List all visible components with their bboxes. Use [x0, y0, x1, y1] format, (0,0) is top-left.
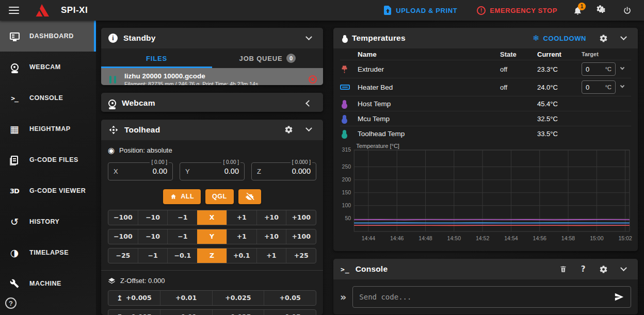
console-collapse-button[interactable] [616, 262, 631, 276]
jog-x-plus-1[interactable]: +1 [227, 210, 256, 225]
sidebar-item-machine[interactable]: MACHINE [0, 268, 96, 299]
heater-bed-icon [340, 85, 350, 90]
jog-row-y: −100 −10 −1 Y +1 +10 +100 [108, 229, 316, 244]
temperatures-settings-button[interactable] [596, 31, 610, 45]
z-offset-down-0-05[interactable]: −0.05 [264, 310, 316, 315]
heightmap-icon: ▦ [8, 123, 21, 135]
jog-y-minus-100[interactable]: −100 [108, 229, 138, 244]
sidebar-item-dashboard[interactable]: DASHBOARD [0, 21, 96, 52]
z-position-field[interactable]: [ 0.000 ] Z 0.000 [251, 162, 316, 180]
jog-z-minus-1[interactable]: −1 [138, 248, 168, 263]
jog-x-minus-1[interactable]: −1 [167, 210, 197, 225]
hamburger-menu-icon[interactable] [5, 3, 23, 18]
svg-text:14:58: 14:58 [561, 235, 575, 241]
notifications-button[interactable]: 1 [568, 2, 587, 19]
jog-z-minus-25[interactable]: −25 [108, 248, 138, 263]
expand-console-icon[interactable]: » [340, 291, 346, 303]
send-icon [614, 292, 624, 302]
jog-x-plus-100[interactable]: +100 [286, 210, 316, 225]
jog-x-plus-10[interactable]: +10 [256, 210, 286, 225]
console-help-button[interactable]: ? [576, 262, 590, 276]
sidebar-item-gcode-files[interactable]: G-CODE FILES [0, 144, 96, 175]
gcode-file-meta: Filament: 82735 mm / 246.76 g, Print Tim… [124, 81, 302, 86]
interface-settings-button[interactable] [592, 2, 612, 19]
sidebar-item-console[interactable]: >_ CONSOLE [0, 82, 96, 113]
console-input[interactable] [359, 293, 609, 301]
z-offset-down-0-005[interactable]: ↧ −0.005 [108, 310, 160, 315]
sidebar-item-webcam[interactable]: WEBCAM [0, 52, 96, 82]
sidebar-item-heightmap[interactable]: ▦ HEIGHTMAP [0, 113, 96, 144]
temp-row-extruder[interactable]: Extruder off 23.3°C 0 °C [340, 60, 631, 78]
send-button[interactable] [614, 292, 624, 302]
motors-off-button[interactable] [238, 189, 261, 204]
qgl-button[interactable]: QGL [205, 189, 234, 204]
toolhead-settings-button[interactable] [281, 123, 296, 137]
temp-row-mcu: Mcu Temp 32.5°C [340, 111, 631, 126]
jog-y-minus-10[interactable]: −10 [138, 229, 168, 244]
home-x-button[interactable]: X [197, 210, 227, 225]
tab-job-queue[interactable]: JOB QUEUE 0 [212, 48, 323, 68]
jog-y-plus-1[interactable]: +1 [227, 229, 256, 244]
svg-text:150: 150 [342, 189, 351, 195]
svg-text:Temperature [°C]: Temperature [°C] [356, 143, 399, 149]
jog-row-x: −100 −10 −1 X +1 +10 +100 [108, 210, 316, 225]
axis-inputs: [ 0.00 ] X 0.00 [ 0.00 ] Y 0.00 [ 0.000 … [108, 162, 316, 180]
gcode-files-icon [8, 156, 21, 164]
job-queue-count-badge: 0 [286, 54, 296, 63]
sidebar-item-history[interactable]: ↺ HISTORY [0, 206, 96, 237]
motors-off-icon [245, 193, 254, 201]
jog-y-plus-10[interactable]: +10 [256, 229, 286, 244]
jog-z-plus-25[interactable]: +25 [286, 248, 316, 263]
printer-state-title: Standby [123, 34, 156, 43]
temperatures-panel: Temperatures ❄ COOLDOWN [333, 28, 638, 251]
home-y-button[interactable]: Y [197, 229, 227, 244]
emergency-stop-button[interactable]: ! EMERGENCY STOP [472, 3, 562, 18]
status-collapse-button[interactable] [301, 31, 316, 45]
jog-z-minus-0-1[interactable]: −0.1 [167, 248, 197, 263]
chevron-down-icon[interactable] [620, 84, 624, 88]
z-offset-down-0-025[interactable]: −0.025 [212, 310, 264, 315]
jog-x-minus-100[interactable]: −100 [108, 210, 138, 225]
power-button[interactable] [617, 2, 637, 19]
gcode-file-name: lizhu 20000 10000.gcode [124, 72, 302, 80]
z-offset-up-0-05[interactable]: +0.05 [264, 291, 316, 305]
sidebar-item-gcode-viewer[interactable]: 3D G-CODE VIEWER [0, 175, 96, 206]
logo-triangle-icon [35, 4, 51, 17]
toolhead-collapse-button[interactable] [301, 123, 316, 137]
z-offset-row: Z-Offset: 0.000 [108, 277, 316, 285]
help-icon[interactable]: ? [5, 297, 17, 309]
record-cancel-icon[interactable] [309, 75, 317, 84]
home-all-button[interactable]: ALL [163, 189, 201, 204]
temperatures-collapse-button[interactable] [616, 31, 631, 45]
jog-y-plus-100[interactable]: +100 [286, 229, 316, 244]
timelapse-icon: ◑ [8, 247, 21, 258]
home-z-button[interactable]: Z [197, 248, 227, 263]
thermometer-icon [343, 130, 346, 138]
z-offset-down-0-01[interactable]: −0.01 [160, 310, 212, 315]
webcam-expand-button[interactable] [301, 96, 316, 110]
sidebar-item-timelapse[interactable]: ◑ TIMELAPSE [0, 237, 96, 268]
heater-bed-target-input[interactable]: 0 °C [582, 80, 616, 94]
z-offset-up-0-025[interactable]: +0.025 [212, 291, 264, 305]
x-position-field[interactable]: [ 0.00 ] X 0.00 [108, 162, 173, 180]
svg-text:14:50: 14:50 [447, 235, 461, 241]
console-panel-header: >_ Console ? [333, 259, 638, 279]
tab-files[interactable]: FILES [101, 48, 212, 68]
chevron-down-icon[interactable] [620, 65, 624, 70]
console-settings-button[interactable] [596, 262, 610, 276]
console-clear-button[interactable] [556, 262, 570, 276]
toolhead-panel: Toolhead ◉ Position: absolute [101, 120, 323, 315]
y-position-field[interactable]: [ 0.00 ] Y 0.00 [180, 162, 245, 180]
upload-print-button[interactable]: UPLOAD & PRINT [379, 3, 462, 18]
gcode-file-row[interactable]: lizhu 20000 10000.gcode Filament: 82735 … [101, 68, 323, 85]
jog-x-minus-10[interactable]: −10 [138, 210, 168, 225]
z-offset-up-0-005[interactable]: ↥ +0.005 [108, 291, 160, 305]
jog-z-plus-1[interactable]: +1 [256, 248, 286, 263]
extruder-target-input[interactable]: 0 °C [582, 62, 616, 76]
jog-y-minus-1[interactable]: −1 [167, 229, 197, 244]
cooldown-button[interactable]: ❄ COOLDOWN [533, 34, 586, 43]
z-offset-up-0-01[interactable]: +0.01 [160, 291, 212, 305]
temp-row-heater-bed[interactable]: Heater Bed off 24.0°C 0 °C [340, 78, 631, 96]
jog-z-plus-0-1[interactable]: +0.1 [227, 248, 256, 263]
dpad-icon [108, 125, 119, 135]
